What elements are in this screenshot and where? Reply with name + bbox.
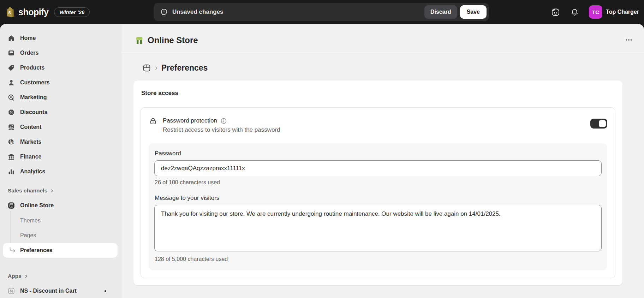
password-input[interactable]: [154, 160, 602, 176]
sidebar-item-content[interactable]: Content: [3, 120, 118, 134]
svg-text:S: S: [8, 11, 11, 15]
brand-wordmark: shopify: [18, 7, 48, 17]
user-menu[interactable]: TC Top Charger: [589, 5, 639, 19]
sidebar: Home Orders Products Customers Marketing…: [0, 24, 122, 298]
sidebar-item-preferences[interactable]: Preferences: [3, 243, 118, 258]
sidebar-item-pages[interactable]: Pages: [0, 228, 122, 243]
sub-item-label: Themes: [20, 217, 41, 224]
content-icon: [8, 124, 15, 131]
password-protection-texts: Password protection Restrict access to v…: [163, 117, 280, 133]
notifications-bell-icon[interactable]: [570, 8, 579, 17]
tree-arrow-icon: [10, 247, 16, 253]
toggle-knob: [599, 120, 606, 127]
breadcrumb-current: Preferences: [161, 63, 208, 73]
online-store-subnav: Themes Pages Preferences: [0, 213, 122, 258]
apps-label: Apps: [8, 273, 22, 279]
sidebar-item-ns-discount-app[interactable]: NS - Discount in Cart: [3, 284, 118, 298]
main-content: Online Store › Preferences Store access: [122, 24, 644, 298]
chevron-right-icon: [50, 189, 54, 193]
visitor-message-label: Message to your visitors: [155, 195, 602, 202]
user-name: Top Charger: [606, 9, 639, 15]
sidebar-item-customers[interactable]: Customers: [3, 76, 118, 90]
marketing-icon: [8, 94, 15, 101]
lock-icon: [149, 117, 157, 126]
sidebar-item-label: Orders: [20, 50, 38, 56]
sales-channels-header[interactable]: Sales channels: [3, 184, 118, 198]
sidebar-item-products[interactable]: Products: [3, 61, 118, 75]
more-options-button[interactable]: [623, 34, 635, 47]
avatar: TC: [589, 5, 602, 19]
sidebar-item-label: Analytics: [20, 168, 45, 175]
customers-icon: [8, 79, 15, 86]
products-tag-icon: [8, 64, 15, 71]
online-store-icon: [8, 202, 15, 209]
unsaved-changes-label: Unsaved changes: [172, 8, 223, 16]
sub-item-label: Preferences: [20, 247, 53, 254]
password-helper: 26 of 100 characters used: [155, 179, 602, 186]
page-title: Online Store: [148, 35, 198, 45]
breadcrumb: › Preferences: [122, 53, 644, 73]
analytics-bars-icon: [8, 168, 15, 175]
sidebar-item-label: Marketing: [20, 94, 47, 101]
app-notification-dot: [105, 290, 106, 292]
sidebar-item-marketing[interactable]: Marketing: [3, 90, 118, 105]
store-access-title: Store access: [141, 90, 615, 97]
visitor-message-textarea[interactable]: Thank you for visiting our store. We are…: [154, 205, 602, 251]
sidebar-item-label: Products: [20, 65, 44, 71]
markets-globe-icon: $: [8, 138, 15, 145]
sidekick-assistant-icon[interactable]: [551, 7, 560, 17]
shopify-bag-icon: S: [6, 7, 15, 17]
password-protection-toggle[interactable]: [590, 119, 607, 129]
ns-app-icon: [8, 287, 15, 294]
sidebar-item-online-store[interactable]: Online Store: [3, 198, 118, 213]
store-access-card: Store access Password protection: [133, 81, 622, 285]
svg-text:$: $: [12, 141, 14, 145]
password-label: Password: [155, 150, 602, 157]
sidebar-item-themes[interactable]: Themes: [0, 213, 122, 228]
apps-header[interactable]: Apps: [3, 269, 118, 283]
sidebar-item-home[interactable]: Home: [3, 31, 118, 45]
sidebar-item-label: Content: [20, 124, 41, 130]
sidebar-item-analytics[interactable]: Analytics: [3, 165, 118, 179]
visitor-message-helper: 128 of 5,000 characters used: [155, 256, 602, 262]
ellipsis-icon: [625, 36, 633, 44]
sidebar-item-discounts[interactable]: Discounts: [3, 105, 118, 119]
app-surface: Home Orders Products Customers Marketing…: [0, 24, 644, 298]
chevron-right-icon: [24, 274, 28, 278]
discard-button[interactable]: Discard: [424, 5, 457, 19]
home-icon: [8, 35, 15, 42]
password-protection-description: Restrict access to visitors with the pas…: [163, 126, 280, 133]
save-button[interactable]: Save: [460, 5, 487, 19]
sidebar-item-label: Finance: [20, 154, 41, 160]
sidebar-item-orders[interactable]: Orders: [3, 46, 118, 60]
sidebar-item-markets[interactable]: $ Markets: [3, 135, 118, 149]
sidebar-item-label: Customers: [20, 79, 50, 86]
storefront-outline-icon[interactable]: [142, 64, 151, 72]
discounts-icon: [8, 109, 15, 116]
password-protection-setting: Password protection Restrict access to v…: [141, 107, 615, 278]
sidebar-item-label: Markets: [20, 139, 41, 145]
topbar-right: TC Top Charger: [551, 0, 639, 24]
password-protection-label: Password protection: [163, 117, 217, 124]
sidebar-item-label: Home: [20, 35, 36, 41]
unsaved-changes-bar: Unsaved changes Discard Save: [154, 3, 489, 21]
topbar: S shopify Winter '26 Unsaved changes Dis…: [0, 0, 644, 24]
sales-channels-label: Sales channels: [8, 187, 47, 194]
password-fields-panel: Password 26 of 100 characters used Messa…: [149, 143, 607, 270]
finance-bank-icon: [8, 153, 15, 160]
orders-icon: [8, 49, 15, 56]
online-store-green-icon: [135, 36, 144, 45]
sidebar-item-label: NS - Discount in Cart: [20, 288, 77, 294]
edition-badge[interactable]: Winter '26: [54, 7, 90, 17]
sidebar-item-label: Online Store: [20, 202, 54, 209]
info-icon[interactable]: [220, 118, 227, 124]
password-protection-header: Password protection Restrict access to v…: [149, 117, 607, 133]
alert-icon: [160, 8, 168, 16]
sub-item-label: Pages: [20, 232, 36, 239]
sidebar-item-label: Discounts: [20, 109, 47, 115]
breadcrumb-chevron-icon: ›: [155, 64, 157, 72]
shopify-logo[interactable]: S shopify: [6, 7, 48, 17]
sidebar-item-finance[interactable]: Finance: [3, 150, 118, 164]
page-header: Online Store: [122, 24, 644, 53]
